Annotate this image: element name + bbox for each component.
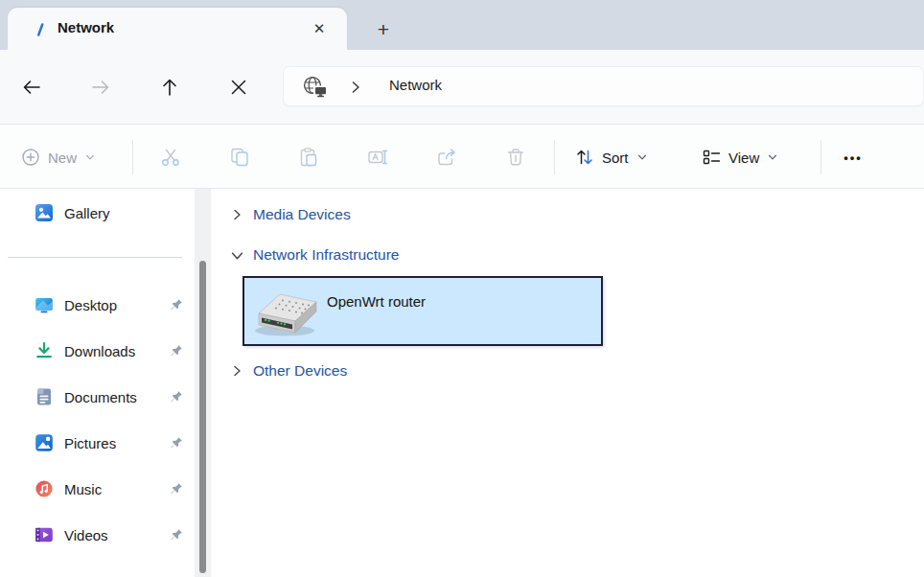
sort-icon [575, 148, 594, 167]
explorer-body: Gallery Desktop [0, 189, 924, 577]
file-explorer-window: Network ✕ + [0, 0, 924, 577]
group-label[interactable]: Network Infrastructure [253, 246, 399, 264]
paste-button[interactable] [291, 140, 326, 174]
group-header-other-devices[interactable]: Other Devices [230, 359, 347, 382]
new-tab-button[interactable]: + [370, 16, 397, 43]
sidebar-item-gallery[interactable]: Gallery [10, 194, 187, 232]
pictures-icon [35, 433, 54, 452]
pin-icon [170, 436, 183, 450]
desktop-icon [35, 295, 54, 314]
group-label[interactable]: Other Devices [253, 362, 347, 380]
pin-icon [170, 390, 183, 404]
view-icon [702, 148, 721, 167]
delete-button[interactable] [498, 140, 533, 174]
documents-icon [35, 387, 54, 406]
stop-refresh-button[interactable] [226, 75, 251, 100]
sidebar-item-desktop[interactable]: Desktop [10, 286, 187, 324]
device-name: OpenWrt router [327, 293, 426, 310]
view-button-label: View [728, 150, 759, 166]
chevron-down-icon [767, 151, 778, 163]
sidebar-item-label: Desktop [64, 297, 117, 313]
sidebar-item-music[interactable]: Music [10, 470, 187, 508]
forward-button[interactable] [88, 75, 113, 100]
sidebar-item-downloads[interactable]: Downloads [10, 332, 187, 370]
pin-icon [170, 482, 183, 496]
group-header-network-infrastructure[interactable]: Network Infrastructure [230, 243, 399, 266]
network-tab-icon [36, 23, 44, 36]
tab-bar: Network ✕ + [0, 0, 924, 50]
copy-icon [229, 147, 250, 168]
rename-icon [367, 147, 388, 168]
command-toolbar: New [0, 126, 924, 189]
chevron-right-icon[interactable] [230, 364, 243, 378]
cut-button[interactable] [153, 140, 188, 174]
sidebar-item-pictures[interactable]: Pictures [10, 424, 187, 462]
sidebar-item-label: Music [64, 481, 102, 497]
sort-button-label: Sort [602, 150, 629, 166]
music-icon [35, 479, 54, 498]
group-label[interactable]: Media Devices [253, 206, 351, 223]
trash-icon [505, 147, 526, 168]
chevron-down-icon [84, 151, 96, 163]
sidebar-scrollbar-track[interactable] [195, 189, 211, 577]
back-arrow-icon [21, 77, 42, 98]
sidebar-item-videos[interactable]: Videos [10, 516, 187, 554]
back-button[interactable] [19, 75, 44, 100]
chevron-down-icon [636, 151, 648, 163]
new-button[interactable]: New [15, 140, 102, 174]
navigation-pane: Gallery Desktop [0, 189, 195, 577]
tab-title: Network [58, 19, 114, 35]
items-view: Media Devices Network Infrastructure [211, 189, 924, 577]
toolbar-divider [554, 140, 555, 174]
navigation-bar: Network [0, 50, 924, 125]
device-tile-openwrt-router[interactable]: OpenWrt router [243, 276, 603, 346]
breadcrumb-chevron-icon[interactable] [350, 81, 361, 94]
stop-x-icon [230, 79, 247, 96]
plus-circle-icon [21, 148, 40, 167]
downloads-icon [35, 341, 54, 360]
share-button[interactable] [429, 140, 464, 174]
network-location-icon [302, 75, 328, 99]
sidebar-item-label: Videos [64, 527, 108, 543]
sidebar-item-label: Documents [64, 389, 137, 405]
ellipsis-icon: ••• [843, 150, 863, 165]
gallery-icon [35, 203, 54, 222]
forward-arrow-icon [90, 77, 111, 98]
pin-icon [170, 298, 183, 312]
tab-close-button[interactable]: ✕ [307, 16, 332, 41]
copy-button[interactable] [222, 140, 257, 174]
sidebar-divider [8, 257, 182, 258]
sidebar-scrollbar-thumb[interactable] [199, 261, 206, 573]
videos-icon [35, 525, 54, 544]
pin-icon [170, 528, 183, 542]
breadcrumb-location[interactable]: Network [389, 77, 442, 93]
rename-button[interactable] [360, 140, 395, 174]
sidebar-item-label: Gallery [64, 205, 110, 221]
tab-network[interactable]: Network ✕ [8, 8, 347, 50]
share-icon [436, 147, 457, 168]
toolbar-divider [820, 140, 821, 174]
chevron-down-icon[interactable] [230, 248, 243, 262]
pin-icon [170, 344, 183, 358]
new-button-label: New [48, 150, 77, 166]
sidebar-item-documents[interactable]: Documents [10, 378, 187, 416]
up-arrow-icon [159, 77, 180, 98]
sidebar-item-label: Downloads [64, 343, 135, 359]
group-header-media-devices[interactable]: Media Devices [230, 203, 351, 226]
toolbar-divider [132, 140, 133, 174]
router-icon [251, 283, 320, 340]
paste-icon [298, 147, 319, 168]
view-button[interactable]: View [696, 140, 784, 174]
sort-button[interactable]: Sort [569, 140, 654, 174]
address-bar[interactable]: Network [283, 66, 924, 106]
up-button[interactable] [157, 75, 182, 100]
sidebar-item-label: Pictures [64, 435, 116, 451]
cut-icon [160, 147, 181, 168]
more-options-button[interactable]: ••• [836, 140, 870, 174]
chevron-right-icon[interactable] [230, 208, 243, 221]
